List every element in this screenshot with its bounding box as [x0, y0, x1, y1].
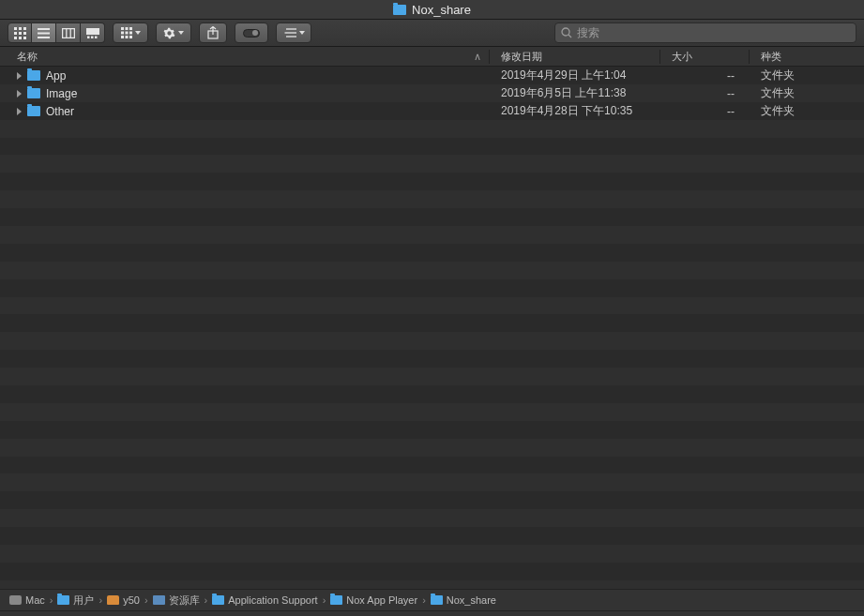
svg-rect-25 — [121, 36, 124, 38]
view-mode-group — [8, 23, 105, 43]
path-label: 资源库 — [169, 593, 200, 608]
chevron-right-icon: › — [205, 594, 208, 606]
chevron-right-icon: › — [99, 594, 102, 606]
disclosure-triangle-icon[interactable] — [17, 108, 22, 115]
path-label: Mac — [25, 594, 45, 606]
svg-rect-20 — [125, 27, 128, 30]
svg-point-32 — [562, 28, 569, 36]
status-bar: 3 项，89.32 GB 可用 — [0, 611, 864, 616]
file-list[interactable]: App 2019年4月29日 上午1:04 -- 文件夹 Image 2019年… — [0, 67, 864, 589]
chevron-down-icon — [178, 31, 184, 35]
path-item[interactable]: Nox App Player — [330, 594, 417, 606]
table-row[interactable]: Other 2019年4月28日 下午10:35 -- 文件夹 — [0, 102, 864, 120]
search-field[interactable] — [554, 23, 856, 43]
file-name: Image — [46, 87, 77, 100]
folder-icon — [431, 595, 443, 605]
svg-rect-4 — [19, 32, 22, 35]
svg-rect-3 — [14, 32, 17, 35]
path-label: Nox_share — [447, 594, 496, 606]
svg-line-33 — [568, 35, 571, 38]
svg-rect-27 — [129, 36, 132, 38]
action-button[interactable] — [156, 23, 191, 43]
svg-rect-9 — [38, 28, 50, 30]
file-kind: 文件夹 — [750, 103, 864, 119]
file-kind: 文件夹 — [750, 68, 864, 83]
sort-indicator-icon: ∧ — [474, 51, 481, 63]
window-title: Nox_share — [412, 3, 471, 17]
path-item[interactable]: Nox_share — [431, 594, 496, 606]
column-name-label: 名称 — [17, 50, 38, 64]
title-bar: Nox_share — [0, 0, 864, 20]
view-column-button[interactable] — [56, 23, 81, 43]
svg-rect-1 — [19, 27, 22, 30]
disclosure-triangle-icon[interactable] — [17, 72, 22, 80]
path-item[interactable]: 用户 — [57, 593, 94, 608]
file-date: 2019年4月29日 上午1:04 — [490, 68, 660, 83]
file-kind: 文件夹 — [750, 85, 864, 101]
path-item[interactable]: y50 — [107, 594, 140, 606]
svg-rect-7 — [19, 37, 22, 39]
svg-rect-5 — [23, 32, 26, 35]
gear-icon — [163, 27, 175, 39]
column-date[interactable]: 修改日期 — [490, 50, 660, 64]
chevron-right-icon: › — [323, 594, 326, 606]
view-gallery-button[interactable] — [81, 23, 105, 43]
svg-rect-0 — [14, 27, 17, 30]
path-item[interactable]: Mac — [9, 594, 45, 606]
chevron-down-icon — [299, 31, 305, 35]
grid-icon — [121, 27, 132, 38]
path-label: y50 — [123, 594, 140, 606]
table-row[interactable]: App 2019年4月29日 上午1:04 -- 文件夹 — [0, 67, 864, 84]
search-input[interactable] — [577, 26, 850, 39]
view-icon-button[interactable] — [8, 23, 32, 43]
svg-rect-23 — [125, 32, 128, 35]
path-label: Nox App Player — [346, 594, 417, 606]
svg-rect-24 — [129, 32, 132, 35]
folder-icon — [27, 70, 40, 81]
folder-icon — [330, 595, 342, 605]
file-date: 2019年4月28日 下午10:35 — [490, 103, 660, 119]
group-by-button[interactable] — [276, 23, 311, 43]
svg-rect-19 — [121, 27, 124, 30]
svg-rect-11 — [38, 37, 50, 38]
search-icon — [561, 27, 572, 38]
lib-icon — [153, 595, 165, 605]
path-label: 用户 — [73, 593, 94, 608]
path-item[interactable]: 资源库 — [153, 593, 200, 608]
file-size: -- — [660, 87, 750, 100]
file-name: App — [46, 69, 66, 83]
svg-rect-16 — [87, 36, 90, 38]
column-name[interactable]: 名称 ∧ — [0, 50, 490, 64]
column-kind[interactable]: 种类 — [750, 50, 864, 64]
path-item[interactable]: Application Support — [212, 594, 317, 606]
arrange-button[interactable] — [113, 23, 148, 43]
svg-rect-6 — [14, 37, 17, 39]
table-row[interactable]: Image 2019年6月5日 上午11:38 -- 文件夹 — [0, 84, 864, 102]
file-size: -- — [660, 105, 750, 118]
column-size[interactable]: 大小 — [660, 50, 750, 64]
chevron-right-icon: › — [50, 594, 53, 606]
share-button[interactable] — [199, 23, 227, 43]
svg-rect-21 — [129, 27, 132, 30]
disclosure-triangle-icon[interactable] — [17, 90, 22, 98]
tag-pill-icon — [243, 29, 260, 38]
chevron-down-icon — [135, 31, 141, 35]
disk-icon — [9, 595, 22, 605]
share-icon — [207, 26, 219, 39]
svg-rect-10 — [38, 32, 50, 34]
folder-icon — [57, 595, 69, 605]
chevron-right-icon: › — [422, 594, 426, 606]
svg-rect-22 — [121, 32, 124, 35]
svg-rect-18 — [95, 36, 98, 38]
edit-tags-button[interactable] — [235, 23, 268, 43]
folder-icon — [393, 5, 406, 15]
view-list-button[interactable] — [32, 23, 56, 43]
file-size: -- — [660, 69, 750, 83]
file-date: 2019年6月5日 上午11:38 — [490, 85, 660, 101]
folder-icon — [27, 88, 40, 98]
svg-rect-2 — [23, 27, 26, 30]
folder-icon — [212, 595, 224, 605]
path-label: Application Support — [228, 594, 317, 606]
svg-rect-8 — [23, 37, 26, 39]
svg-rect-17 — [91, 36, 94, 38]
